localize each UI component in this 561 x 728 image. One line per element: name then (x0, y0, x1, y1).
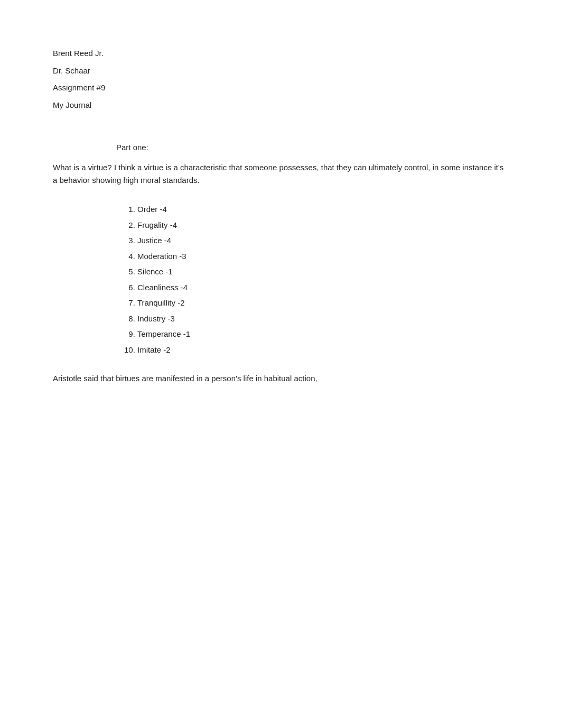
author-text: Brent Reed Jr. (53, 49, 104, 58)
assignment-line: Assignment #9 (53, 82, 508, 94)
list-item: Order -4 (137, 202, 508, 216)
part-heading: Part one: (116, 143, 508, 152)
page: Brent Reed Jr. Dr. Schaar Assignment #9 … (0, 0, 561, 728)
list-item: Frugality -4 (137, 218, 508, 232)
list-item: Moderation -3 (137, 250, 508, 263)
professor-line: Dr. Schaar (53, 65, 508, 77)
intro-paragraph: What is a virtue? I think a virtue is a … (53, 161, 508, 187)
title-line: My Journal (53, 99, 508, 112)
virtues-list: Order -4Frugality -4Justice -4Moderation… (137, 202, 508, 356)
list-item: Cleanliness -4 (137, 281, 508, 294)
list-item: Industry -3 (137, 312, 508, 326)
list-item: Justice -4 (137, 234, 508, 247)
header-block: Brent Reed Jr. Dr. Schaar Assignment #9 … (53, 48, 508, 111)
list-item: Temperance -1 (137, 327, 508, 341)
aristotle-paragraph: Aristotle said that birtues are manifest… (53, 372, 508, 385)
title-text: My Journal (53, 100, 91, 109)
assignment-text: Assignment #9 (53, 83, 105, 92)
list-item: Silence -1 (137, 265, 508, 279)
author-line: Brent Reed Jr. (53, 48, 508, 60)
professor-text: Dr. Schaar (53, 66, 90, 75)
list-item: Tranquillity -2 (137, 296, 508, 310)
list-item: Imitate -2 (137, 343, 508, 357)
